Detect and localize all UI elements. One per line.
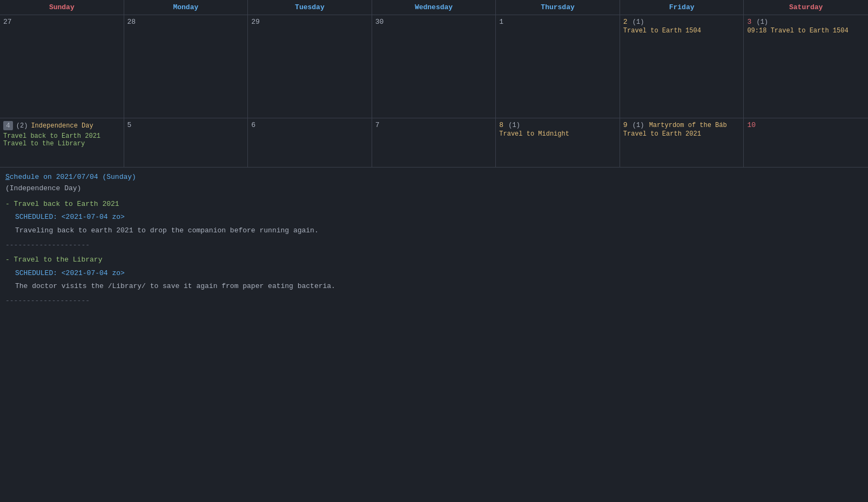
day-number-30: 30 — [375, 18, 384, 26]
calendar-header: Sunday Monday Tuesday Wednesday Thursday… — [0, 0, 868, 15]
schedule-desc-0: Traveling back to earth 2021 to drop the… — [5, 225, 863, 237]
event: Travel to the Library — [3, 140, 120, 148]
calendar-row-1: 4(2)Independence DayTravel back to Earth… — [0, 118, 868, 168]
schedule-divider-0: -------------------- — [5, 240, 863, 251]
schedule-divider-1: -------------------- — [5, 296, 863, 307]
schedule-title: Schedule on 2021/07/04 (Sunday) — [5, 172, 863, 183]
header-wednesday: Wednesday — [372, 0, 496, 15]
schedule-title-underline: S — [5, 173, 10, 181]
day-number-1: 1 — [499, 18, 503, 26]
cal-cell-9[interactable]: 9 (1) Martyrdom of the BábTravel to Eart… — [620, 118, 744, 167]
cal-cell-2[interactable]: 2 (1)Travel to Earth 1504 — [620, 15, 744, 118]
cal-cell-29[interactable]: 29 — [248, 15, 372, 118]
calendar-grid: 2728293012 (1)Travel to Earth 15043 (1)0… — [0, 15, 868, 168]
event: Travel to Earth 1504 — [623, 27, 741, 35]
day-number-3: 3 — [747, 18, 751, 26]
day-number-5: 5 — [127, 121, 132, 129]
day-count-2: (1) — [629, 18, 644, 26]
cal-cell-1[interactable]: 1 — [496, 15, 620, 118]
cal-cell-3[interactable]: 3 (1)09:18 Travel to Earth 1504 — [744, 15, 868, 118]
schedule-entry-title-0: - Travel back to Earth 2021 — [5, 199, 863, 210]
header-monday: Monday — [124, 0, 248, 15]
schedule-desc-1: The doctor visits the /Library/ to save … — [5, 281, 863, 292]
day-number-29: 29 — [251, 18, 260, 26]
cal-cell-30[interactable]: 30 — [372, 15, 496, 118]
header-sunday: Sunday — [0, 0, 124, 15]
day-count-9: (1) — [629, 122, 644, 129]
day-number-2: 2 — [623, 18, 628, 26]
day-number-9: 9 — [623, 121, 628, 129]
day-number-4: 4 — [3, 121, 13, 130]
day-number-7: 7 — [375, 121, 380, 129]
header-tuesday: Tuesday — [248, 0, 372, 15]
day-number-10: 10 — [747, 121, 756, 129]
day-number-28: 28 — [127, 18, 136, 26]
cal-cell-27[interactable]: 27 — [0, 15, 124, 118]
schedule-scheduled-1: SCHEDULED: <2021-07-04 zo> — [5, 268, 863, 279]
holiday-label-9: Martyrdom of the Báb — [645, 122, 726, 129]
day-count-8: (1) — [504, 122, 520, 129]
cal-cell-5[interactable]: 5 — [124, 118, 248, 167]
day-count-3: (1) — [752, 18, 768, 26]
event: Travel to Midnight — [499, 130, 616, 138]
cal-cell-6[interactable]: 6 — [248, 118, 372, 167]
calendar-row-0: 2728293012 (1)Travel to Earth 15043 (1)0… — [0, 15, 868, 118]
cal-cell-4[interactable]: 4(2)Independence DayTravel back to Earth… — [0, 118, 124, 167]
day-number-6: 6 — [251, 121, 255, 129]
schedule-section: Schedule on 2021/07/04 (Sunday) (Indepen… — [0, 168, 868, 314]
header-friday: Friday — [620, 0, 744, 15]
schedule-holiday: (Independence Day) — [5, 183, 863, 195]
schedule-title-rest: chedule on 2021/07/04 (Sunday) — [10, 173, 136, 181]
day-number-8: 8 — [499, 121, 503, 129]
event: 09:18 Travel to Earth 1504 — [747, 27, 865, 35]
event: Travel to Earth 2021 — [623, 130, 741, 138]
header-thursday: Thursday — [496, 0, 620, 15]
cal-cell-28[interactable]: 28 — [124, 15, 248, 118]
schedule-scheduled-0: SCHEDULED: <2021-07-04 zo> — [5, 212, 863, 223]
cal-cell-10[interactable]: 10 — [744, 118, 868, 167]
day-number-27: 27 — [3, 18, 12, 26]
day-count-4: (2) — [16, 122, 28, 130]
header-saturday: Saturday — [744, 0, 868, 15]
schedule-entry-title-1: - Travel to the Library — [5, 255, 863, 266]
event: Travel back to Earth 2021 — [3, 132, 120, 140]
cal-cell-7[interactable]: 7 — [372, 118, 496, 167]
holiday-label-4: Independence Day — [31, 122, 93, 130]
cal-cell-8[interactable]: 8 (1)Travel to Midnight — [496, 118, 620, 167]
